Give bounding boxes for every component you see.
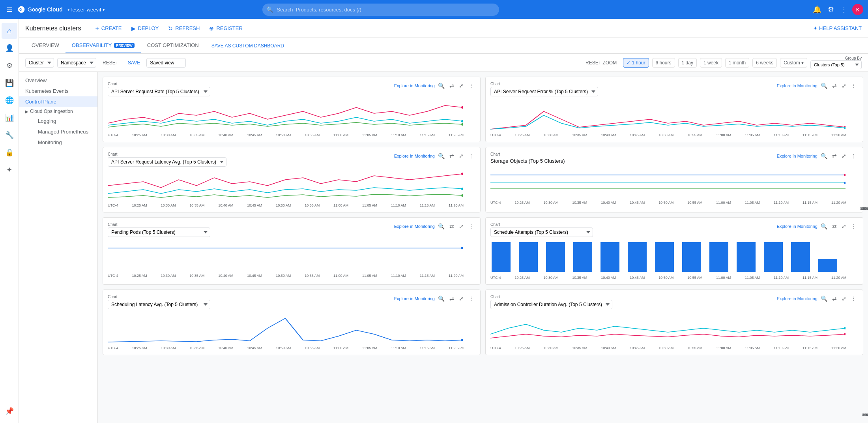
explore-monitoring-link[interactable]: Explore in Monitoring [394,154,435,158]
create-button[interactable]: + CREATE [90,23,126,34]
svg-point-13 [844,174,846,176]
compare-icon[interactable]: ⇄ [448,295,456,303]
compare-icon[interactable]: ⇄ [831,295,838,303]
sidebar-compute-icon[interactable]: ⚙ [2,58,17,73]
expand-icon[interactable]: ⤢ [840,295,848,303]
reset-filter-button[interactable]: RESET [99,58,122,67]
explore-monitoring-link[interactable]: Explore in Monitoring [777,296,817,301]
nav-logging[interactable]: Logging [32,116,97,126]
chart-title-select[interactable]: Schedule Attempts (Top 5 Clusters) [490,227,593,237]
expand-icon[interactable]: ⤢ [840,152,848,160]
compare-icon[interactable]: ⇄ [448,152,456,160]
deploy-button[interactable]: ▶ DEPLOY [127,23,164,34]
time-1month[interactable]: 1 month [725,58,749,68]
search-bar[interactable]: 🔍 [262,4,499,16]
zoom-icon[interactable]: 🔍 [436,295,446,303]
saved-view-select[interactable]: Saved view [146,58,186,68]
svg-rect-26 [737,242,756,272]
chart-title-select[interactable]: API Server Request Error % (Top 5 Cluste… [490,87,598,96]
nav-cloud-ops-section[interactable]: ▶ Cloud Ops Ingestion [19,107,97,116]
line-chart-svg [490,167,846,199]
notifications-icon[interactable]: 🔔 [811,4,823,15]
reset-zoom-button[interactable]: RESET ZOOM [586,60,617,66]
chart-title-select[interactable]: Pending Pods (Top 5 Clusters) [108,227,210,237]
project-selector[interactable]: ▾ lesser-weevil ▾ [67,7,105,13]
group-by-select[interactable]: Clusters (Top 5) [810,60,862,69]
line-chart-svg [108,312,463,344]
time-6weeks[interactable]: 6 weeks [752,58,777,68]
sidebar-network-icon[interactable]: 🌐 [2,92,17,108]
expand-icon[interactable]: ⤢ [840,222,848,230]
chart-title-select[interactable]: API Server Request Latency Avg. (Top 5 C… [108,157,226,167]
chart-header: Chart Schedule Attempts (Top 5 Clusters)… [490,222,858,237]
sidebar-people-icon[interactable]: 👤 [2,40,17,56]
search-input[interactable] [262,4,499,16]
apps-icon[interactable]: ⋮ [839,4,849,15]
explore-monitoring-link[interactable]: Explore in Monitoring [394,83,435,88]
help-assistant-button[interactable]: ✦ HELP ASSISTANT [813,25,862,31]
compare-icon[interactable]: ⇄ [448,222,456,230]
time-1hour[interactable]: ✓ 1 hour [623,58,649,68]
chart-header: Chart Pending Pods (Top 5 Clusters) Expl… [108,222,475,237]
time-6hours[interactable]: 6 hours [652,58,675,68]
namespace-select[interactable]: Namespace [57,58,96,68]
chart-title-select[interactable]: API Server Request Rate (Top 5 Clusters) [108,87,210,96]
nav-monitoring[interactable]: Monitoring [32,137,97,148]
nav-control-plane[interactable]: Control Plane [19,96,97,107]
explore-monitoring-link[interactable]: Explore in Monitoring [394,296,435,301]
save-filter-button[interactable]: SAVE [125,58,143,67]
nav-overview[interactable]: Overview [19,75,97,86]
settings-icon[interactable]: ⚙ [826,4,836,15]
time-1week[interactable]: 1 week [700,58,722,68]
explore-monitoring-link[interactable]: Explore in Monitoring [777,224,817,229]
toolbar: Cluster Namespace RESET SAVE Saved view … [19,54,868,72]
explore-monitoring-link[interactable]: Explore in Monitoring [777,154,817,158]
sidebar-tools-icon[interactable]: 🔧 [2,127,17,143]
menu-icon[interactable]: ☰ [5,4,14,15]
compare-icon[interactable]: ⇄ [831,82,838,90]
tab-observability[interactable]: OBSERVABILITY PREVIEW [65,38,141,53]
sidebar-operations-icon[interactable]: 📊 [2,110,17,126]
user-avatar[interactable]: K [852,4,863,15]
expand-icon[interactable]: ⤢ [840,82,848,90]
sidebar-storage-icon[interactable]: 💾 [2,75,17,91]
nav-kubernetes-events[interactable]: Kubernetes Events [19,86,97,96]
zoom-icon[interactable]: 🔍 [819,295,829,303]
save-custom-dashboard-link[interactable]: SAVE AS CUSTOM DASHBOARD [211,41,284,50]
sidebar-pin-icon[interactable]: 📌 [2,403,17,419]
cluster-select[interactable]: Cluster [25,58,54,68]
time-custom[interactable]: Custom ▾ [780,58,807,68]
zoom-icon[interactable]: 🔍 [819,222,829,230]
expand-icon[interactable]: ⤢ [457,82,465,90]
expand-icon[interactable]: ⤢ [457,295,465,303]
more-options-icon[interactable]: ⋮ [467,222,475,230]
svg-text:G: G [19,8,22,11]
zoom-icon[interactable]: 🔍 [436,222,446,230]
explore-monitoring-link[interactable]: Explore in Monitoring [777,83,817,88]
compare-icon[interactable]: ⇄ [448,82,456,90]
sidebar-home-icon[interactable]: ⌂ [2,23,17,39]
chart-title-select[interactable]: Admission Controller Duration Avg. (Top … [490,300,612,309]
register-button[interactable]: ⊕ REGISTER [204,23,247,34]
more-options-icon[interactable]: ⋮ [467,152,475,160]
nav-managed-prometheus[interactable]: Managed Prometheus [32,126,97,137]
compare-icon[interactable]: ⇄ [831,222,838,230]
sidebar-security-icon[interactable]: 🔒 [2,145,17,160]
chart-title-select[interactable]: Scheduling Latency Avg. (Top 5 Clusters) [108,300,210,309]
tab-cost-optimization[interactable]: COST OPTIMIZATION [141,38,205,53]
compare-icon[interactable]: ⇄ [831,152,838,160]
chart-header: Chart Admission Controller Duration Avg.… [490,295,858,309]
zoom-icon[interactable]: 🔍 [819,152,829,160]
zoom-icon[interactable]: 🔍 [819,82,829,90]
refresh-button[interactable]: ↻ REFRESH [163,23,204,34]
zoom-icon[interactable]: 🔍 [436,152,446,160]
more-options-icon[interactable]: ⋮ [467,295,475,303]
sidebar-ai-icon[interactable]: ✦ [2,162,17,178]
zoom-icon[interactable]: 🔍 [436,82,446,90]
expand-icon[interactable]: ⤢ [457,152,465,160]
tab-overview[interactable]: OVERVIEW [25,38,65,53]
time-1day[interactable]: 1 day [678,58,697,68]
expand-icon[interactable]: ⤢ [457,222,465,230]
explore-monitoring-link[interactable]: Explore in Monitoring [394,224,435,229]
more-options-icon[interactable]: ⋮ [467,82,475,90]
